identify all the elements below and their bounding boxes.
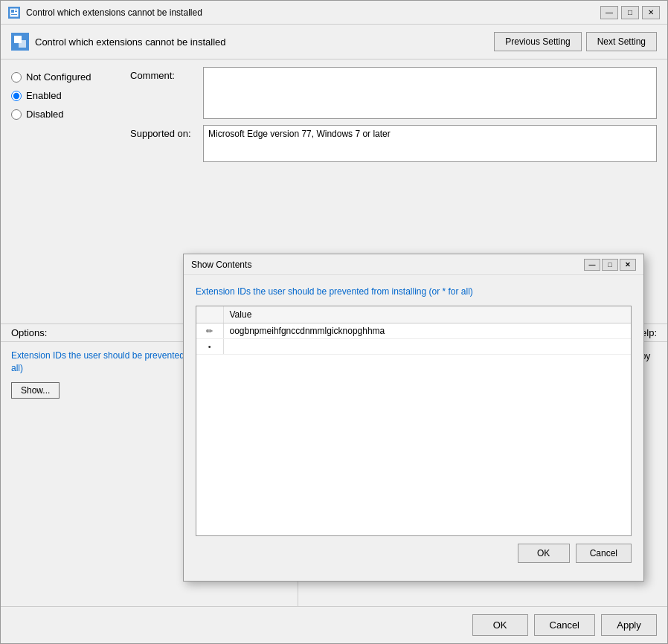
svg-rect-4	[11, 14, 17, 15]
dialog-maximize-button[interactable]: □	[602, 259, 618, 271]
supported-value-box: Microsoft Edge version 77, Windows 7 or …	[203, 125, 657, 162]
header-area: Control which extensions cannot be insta…	[1, 25, 667, 59]
left-panel: Not Configured Enabled Disabled	[1, 59, 120, 323]
not-configured-label: Not Configured	[26, 71, 91, 83]
table-row-2: •	[196, 338, 631, 354]
comment-label: Comment:	[130, 67, 197, 81]
table-cell-value-2[interactable]	[223, 338, 631, 354]
dialog-title-text: Show Contents	[191, 260, 251, 270]
apply-button[interactable]: Apply	[601, 614, 657, 636]
enabled-radio[interactable]	[11, 91, 22, 101]
dialog-body: Extension IDs the user should be prevent…	[184, 275, 643, 581]
bottom-bar: OK Cancel Apply	[1, 606, 667, 643]
table-header-rownum	[196, 306, 223, 323]
table-cell-value-1[interactable]	[223, 323, 631, 338]
previous-setting-button[interactable]: Previous Setting	[494, 32, 581, 51]
header-buttons: Previous Setting Next Setting	[494, 32, 657, 51]
header-title: Control which extensions cannot be insta…	[35, 36, 226, 48]
header-left: Control which extensions cannot be insta…	[11, 33, 226, 51]
value-input-1[interactable]	[230, 326, 626, 336]
dialog-close-button[interactable]: ✕	[620, 259, 636, 271]
enabled-label: Enabled	[26, 90, 62, 101]
value-input-2[interactable]	[230, 341, 626, 352]
dialog-cancel-button[interactable]: Cancel	[576, 544, 632, 563]
dialog-minimize-button[interactable]: —	[584, 259, 600, 271]
comment-field-row: Comment:	[130, 67, 657, 119]
table-header-value: Value	[223, 306, 631, 323]
title-bar-controls: — □ ✕	[600, 6, 660, 19]
title-bar: Control which extensions cannot be insta…	[1, 1, 667, 25]
table-row: ✏	[196, 323, 631, 338]
show-button[interactable]: Show...	[11, 382, 60, 399]
dialog-description: Extension IDs the user should be prevent…	[196, 286, 632, 298]
dialog-bottom-buttons: OK Cancel	[196, 544, 632, 570]
radio-group: Not Configured Enabled Disabled	[11, 71, 109, 120]
cancel-button[interactable]: Cancel	[534, 614, 595, 636]
svg-rect-1	[11, 10, 14, 13]
minimize-button[interactable]: —	[600, 6, 618, 19]
svg-rect-3	[15, 11, 17, 12]
dialog-title-controls: — □ ✕	[584, 259, 636, 271]
options-label: Options:	[11, 327, 47, 338]
svg-rect-2	[15, 10, 17, 10]
show-contents-dialog: Show Contents — □ ✕ Extension IDs the us…	[183, 254, 644, 582]
not-configured-radio-label[interactable]: Not Configured	[11, 71, 109, 83]
not-configured-radio[interactable]	[11, 72, 22, 83]
next-setting-button[interactable]: Next Setting	[586, 32, 657, 51]
maximize-button[interactable]: □	[621, 6, 639, 19]
dialog-table: Value ✏	[196, 306, 631, 355]
comment-textarea[interactable]	[203, 67, 657, 119]
disabled-radio[interactable]	[11, 109, 22, 120]
window-icon	[8, 7, 20, 19]
disabled-label: Disabled	[26, 109, 64, 120]
dialog-title-bar: Show Contents — □ ✕	[184, 254, 643, 275]
header-icon	[11, 33, 29, 51]
window-title: Control which extensions cannot be insta…	[26, 7, 202, 18]
dialog-table-container[interactable]: Value ✏	[196, 306, 632, 536]
svg-rect-7	[19, 40, 26, 48]
enabled-radio-label[interactable]: Enabled	[11, 90, 109, 101]
disabled-radio-label[interactable]: Disabled	[11, 109, 109, 120]
dialog-ok-button[interactable]: OK	[518, 544, 570, 563]
ok-button[interactable]: OK	[472, 614, 528, 636]
main-window: Control which extensions cannot be insta…	[0, 0, 668, 644]
supported-label: Supported on:	[130, 125, 197, 139]
row-icon-1: ✏	[196, 323, 223, 338]
supported-field-row: Supported on: Microsoft Edge version 77,…	[130, 125, 657, 162]
supported-value-text: Microsoft Edge version 77, Windows 7 or …	[208, 129, 391, 139]
close-button[interactable]: ✕	[642, 6, 660, 19]
row-icon-2: •	[196, 338, 223, 354]
title-bar-left: Control which extensions cannot be insta…	[8, 7, 202, 19]
